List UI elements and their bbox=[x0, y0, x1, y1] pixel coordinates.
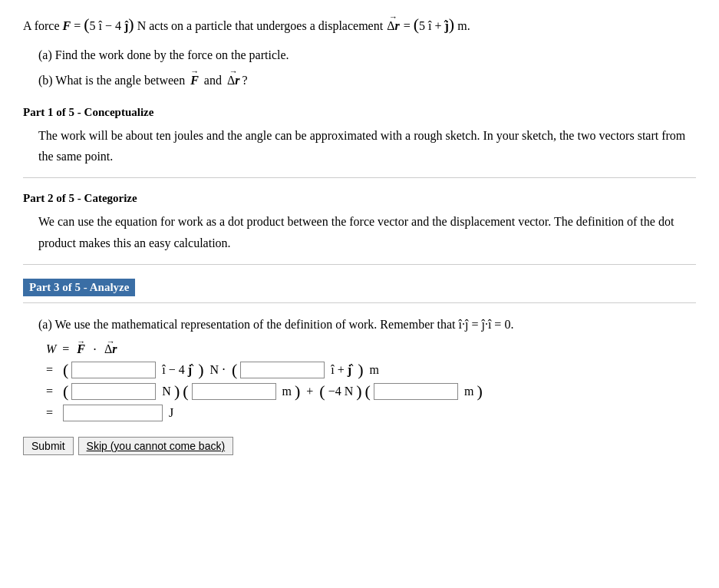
force-equation: A force F = (5 î − 4 ĵ) N acts on a par… bbox=[23, 15, 696, 38]
part3-section: Part 3 of 5 - Analyze (a) We use the mat… bbox=[23, 279, 696, 421]
part3-intro: (a) We use the mathematical representati… bbox=[38, 314, 696, 335]
skip-button[interactable]: Skip (you cannot come back) bbox=[78, 437, 234, 455]
part3-content: (a) We use the mathematical representati… bbox=[38, 314, 696, 421]
input-field-2[interactable] bbox=[240, 362, 325, 378]
part1-section: Part 1 of 5 - Conceptualize The work wil… bbox=[23, 106, 696, 178]
part1-header: Part 1 of 5 - Conceptualize bbox=[23, 106, 696, 119]
part2-content: We can use the equation for work as a do… bbox=[38, 211, 696, 253]
part3-header: Part 3 of 5 - Analyze bbox=[23, 279, 135, 296]
part-b-question: (b) What is the angle between → F and → … bbox=[38, 71, 696, 91]
input-field-1[interactable] bbox=[71, 362, 156, 378]
input-field-6[interactable] bbox=[63, 405, 163, 421]
work-line-3: = ( N)( m) + (−4 N)( m) bbox=[46, 383, 696, 400]
bottom-buttons: Submit Skip (you cannot come back) bbox=[23, 437, 696, 455]
part2-header: Part 2 of 5 - Categorize bbox=[23, 192, 696, 205]
work-line-2: = ( î − 4ĵ) N ⋅ ( î + ĵ) m bbox=[46, 362, 696, 378]
problem-statement: A force F = (5 î − 4 ĵ) N acts on a par… bbox=[23, 15, 696, 91]
work-equation-block: W = → F ⋅ → Δr = ( î − 4ĵ) N ⋅ ( bbox=[46, 342, 696, 421]
part2-section: Part 2 of 5 - Categorize We can use the … bbox=[23, 192, 696, 264]
part1-content: The work will be about ten joules and th… bbox=[38, 125, 696, 167]
submit-button[interactable]: Submit bbox=[23, 437, 74, 455]
input-field-3[interactable] bbox=[71, 383, 156, 400]
part-a-question: (a) Find the work done by the force on t… bbox=[38, 45, 696, 65]
work-line-1: W = → F ⋅ → Δr bbox=[46, 342, 696, 357]
input-field-5[interactable] bbox=[374, 383, 458, 400]
work-line-4: = J bbox=[46, 405, 696, 421]
input-field-4[interactable] bbox=[192, 383, 276, 400]
